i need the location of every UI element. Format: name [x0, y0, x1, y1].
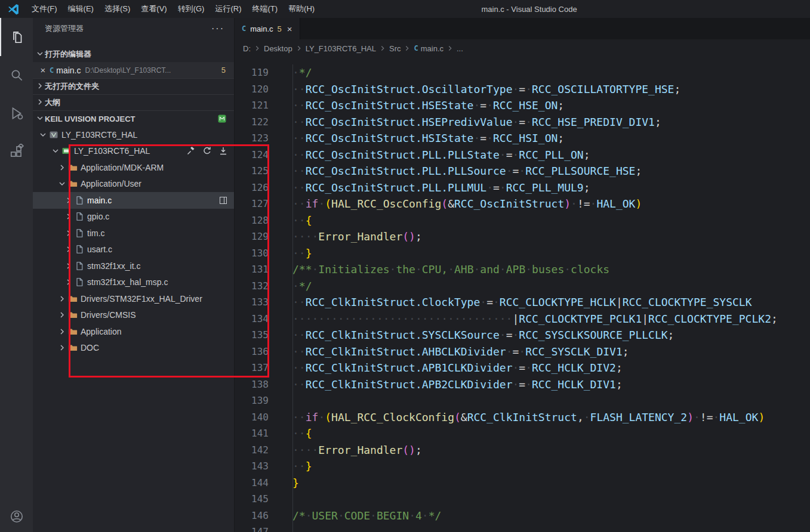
line-number[interactable]: 131 — [235, 261, 269, 278]
line-number[interactable]: 135 — [235, 327, 269, 344]
tree-item-stm32f1xx-hal-msp-c[interactable]: stm32f1xx_hal_msp.c — [33, 274, 234, 291]
chevron-right-icon[interactable] — [57, 343, 67, 352]
close-editor-icon[interactable]: × — [38, 65, 48, 75]
menu-item[interactable]: 选择(S) — [99, 0, 135, 18]
menu-item[interactable]: 查看(V) — [135, 0, 172, 18]
chevron-right-icon[interactable] — [57, 294, 67, 304]
rebuild-icon[interactable] — [202, 146, 212, 156]
code-line[interactable]: 147 — [235, 524, 810, 532]
breadcrumb-item[interactable]: Desktop — [264, 44, 292, 53]
tree-item-drivers-cmsis[interactable]: Drivers/CMSIS — [33, 307, 234, 324]
chevron-right-icon[interactable] — [64, 196, 73, 205]
line-number[interactable]: 120 — [235, 81, 269, 98]
code-line[interactable]: 129····Error_Handler(); — [235, 228, 810, 245]
tree-item-drivers-stm32f1xx-hal-driver[interactable]: Drivers/STM32F1xx_HAL_Driver — [33, 290, 234, 307]
code-line[interactable]: 127··if·(HAL_RCC_OscConfig(&RCC_OscInitS… — [235, 196, 810, 212]
line-number[interactable]: 143 — [235, 458, 269, 475]
code-line[interactable]: 126··RCC_OscInitStruct.PLL.PLLMUL·=·RCC_… — [235, 180, 810, 196]
extensions-icon[interactable] — [0, 132, 33, 171]
code-line[interactable]: 137··RCC_ClkInitStruct.APB1CLKDivider·=·… — [235, 360, 810, 376]
section-keil-uvision-project[interactable]: KEIL UVISION PROJECT — [33, 110, 234, 126]
breadcrumb-item[interactable]: Cmain.c — [414, 44, 444, 53]
tree-item-usart-c[interactable]: usart.c — [33, 242, 234, 258]
menu-item[interactable]: 帮助(H) — [283, 0, 320, 18]
code-line[interactable]: 146/*·USER·CODE·BEGIN·4·*/ — [235, 508, 810, 524]
line-number[interactable]: 133 — [235, 294, 269, 311]
chevron-right-icon[interactable] — [64, 261, 73, 271]
line-number[interactable]: 141 — [235, 425, 269, 442]
chevron-right-icon[interactable] — [57, 163, 67, 172]
breadcrumb-item[interactable]: Src — [389, 44, 401, 53]
line-number[interactable]: 132 — [235, 278, 269, 295]
line-number[interactable]: 130 — [235, 245, 269, 262]
line-number[interactable]: 134 — [235, 311, 269, 327]
code-line[interactable]: 132·*/ — [235, 278, 810, 295]
line-number[interactable]: 144 — [235, 475, 269, 491]
line-number[interactable]: 147 — [235, 524, 269, 532]
more-actions-button[interactable]: ··· — [211, 23, 224, 34]
breadcrumb-item[interactable]: D: — [243, 44, 251, 53]
split-editor-icon[interactable] — [218, 196, 228, 205]
line-number[interactable]: 136 — [235, 344, 269, 360]
chevron-right-icon[interactable] — [57, 327, 67, 336]
line-number[interactable]: 146 — [235, 508, 269, 524]
code-line[interactable]: 131/**·Initializes·the·CPU,·AHB·and·APB·… — [235, 261, 810, 278]
menu-item[interactable]: 编辑(E) — [63, 0, 99, 18]
section-open-editors[interactable]: 打开的编辑器 — [33, 47, 234, 62]
tree-item-stm32f1xx-it-c[interactable]: stm32f1xx_it.c — [33, 258, 234, 274]
line-number[interactable]: 140 — [235, 409, 269, 426]
code-line[interactable]: 123··RCC_OscInitStruct.HSIState·=·RCC_HS… — [235, 130, 810, 147]
download-icon[interactable] — [218, 146, 228, 156]
tree-item-tim-c[interactable]: tim.c — [33, 225, 234, 242]
tree-item-ly-f103rct6-hal[interactable]: LY_F103RCT6_HAL — [33, 143, 234, 160]
line-number[interactable]: 125 — [235, 163, 269, 180]
code-line[interactable]: 141··{ — [235, 425, 810, 442]
breadcrumb-item[interactable]: LY_F103RCT6_HAL — [306, 44, 376, 53]
code-line[interactable]: 119·*/ — [235, 64, 810, 81]
chevron-down-icon[interactable] — [51, 146, 60, 156]
line-number[interactable]: 139 — [235, 392, 269, 409]
code-line[interactable]: 145 — [235, 491, 810, 508]
chevron-right-icon[interactable] — [64, 277, 73, 287]
code-line[interactable]: 135··RCC_ClkInitStruct.SYSCLKSource·=·RC… — [235, 327, 810, 344]
chevron-right-icon[interactable] — [64, 212, 73, 221]
line-number[interactable]: 123 — [235, 130, 269, 147]
line-number[interactable]: 119 — [235, 64, 269, 81]
code-line[interactable]: 144} — [235, 475, 810, 491]
code-line[interactable]: 133··RCC_ClkInitStruct.ClockType·=·RCC_C… — [235, 294, 810, 311]
tree-item-doc[interactable]: DOC — [33, 340, 234, 357]
search-icon[interactable] — [0, 56, 33, 94]
menu-item[interactable]: 文件(F) — [26, 0, 63, 18]
build-icon[interactable] — [186, 146, 196, 156]
line-number[interactable]: 121 — [235, 97, 269, 114]
chevron-right-icon[interactable] — [64, 245, 73, 254]
menu-item[interactable]: 运行(R) — [210, 0, 247, 18]
line-number[interactable]: 128 — [235, 212, 269, 229]
code-line[interactable]: 142····Error_Handler(); — [235, 442, 810, 459]
code-line[interactable]: 120··RCC_OscInitStruct.OscillatorType·=·… — [235, 81, 810, 98]
line-number[interactable]: 145 — [235, 491, 269, 508]
code-editor[interactable]: 119·*/120··RCC_OscInitStruct.OscillatorT… — [235, 57, 810, 532]
line-number[interactable]: 129 — [235, 228, 269, 245]
tree-item-ly-f103rct6-hal[interactable]: LY_F103RCT6_HAL — [33, 126, 234, 143]
code-line[interactable]: 130··} — [235, 245, 810, 262]
line-number[interactable]: 142 — [235, 442, 269, 459]
close-tab-icon[interactable]: × — [287, 24, 292, 34]
chevron-right-icon[interactable] — [64, 228, 73, 238]
chevron-right-icon[interactable] — [57, 310, 67, 320]
code-line[interactable]: 143··} — [235, 458, 810, 475]
code-line[interactable]: 125··RCC_OscInitStruct.PLL.PLLSource·=·R… — [235, 163, 810, 180]
tab-main-c[interactable]: C main.c 5 × — [235, 18, 300, 39]
menu-item[interactable]: 转到(G) — [173, 0, 210, 18]
tree-item-application[interactable]: Application — [33, 323, 234, 340]
tree-item-application-user[interactable]: Application/User — [33, 176, 234, 193]
line-number[interactable]: 137 — [235, 360, 269, 376]
chevron-down-icon[interactable] — [38, 130, 48, 140]
breadcrumb-item[interactable]: ... — [457, 44, 463, 53]
open-editor-item[interactable]: × C main.c D:\Desktop\LY_F103RCT... 5 — [33, 62, 234, 78]
line-number[interactable]: 126 — [235, 180, 269, 196]
code-line[interactable]: 121··RCC_OscInitStruct.HSEState·=·RCC_HS… — [235, 97, 810, 114]
code-line[interactable]: 124··RCC_OscInitStruct.PLL.PLLState·=·RC… — [235, 147, 810, 163]
section-outline[interactable]: 大纲 — [33, 94, 234, 110]
section-no-folder[interactable]: 无打开的文件夹 — [33, 78, 234, 94]
